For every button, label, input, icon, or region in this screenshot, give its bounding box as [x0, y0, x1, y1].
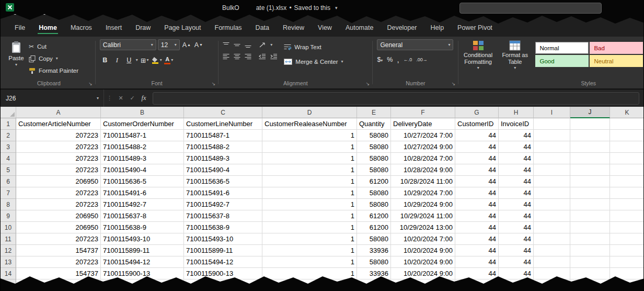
align-right-icon[interactable]: [245, 53, 251, 60]
search-box[interactable]: [459, 3, 602, 14]
cell-J6[interactable]: [570, 176, 610, 187]
font-dialog-launcher-icon[interactable]: ↘: [212, 81, 216, 86]
conditional-formatting-button[interactable]: Conditional Formatting ▾: [461, 40, 496, 88]
cell-D6[interactable]: 1: [262, 176, 357, 187]
cell-D7[interactable]: 1: [262, 187, 357, 199]
cell-B12[interactable]: 7100115899-11: [101, 245, 184, 256]
cell-style-bad[interactable]: Bad: [590, 42, 643, 54]
column-header-G[interactable]: G: [455, 107, 499, 118]
cell-F5[interactable]: 10/28/2024 9:00: [391, 164, 455, 176]
cell-H11[interactable]: 44: [499, 233, 534, 245]
cell-F14[interactable]: 10/20/2024 9:00: [391, 268, 455, 279]
cell-B13[interactable]: 7100115494-12: [101, 256, 184, 268]
fill-color-button[interactable]: ▾: [152, 55, 162, 65]
number-format-combobox[interactable]: General ▾: [377, 39, 453, 50]
cell-H9[interactable]: 44: [499, 210, 534, 222]
row-header-8[interactable]: 8: [1, 199, 16, 210]
cell-D12[interactable]: 1: [262, 245, 357, 256]
orientation-icon[interactable]: [259, 42, 266, 48]
column-header-D[interactable]: D: [262, 107, 357, 118]
cell-style-good[interactable]: Good: [535, 55, 589, 67]
cell-F6[interactable]: 10/28/2024 11:00: [391, 176, 455, 187]
cell-K8[interactable]: [610, 199, 644, 210]
cell-I8[interactable]: [534, 199, 570, 210]
cell-J13[interactable]: [570, 256, 610, 268]
column-header-J[interactable]: J: [570, 107, 610, 118]
row-header-14[interactable]: 14: [1, 268, 16, 279]
cell-style-neutral[interactable]: Neutral: [590, 55, 643, 67]
cell-D11[interactable]: 1: [262, 233, 357, 245]
cell-J12[interactable]: [570, 245, 610, 256]
cell-B5[interactable]: 7100115490-4: [101, 164, 184, 176]
cell-E6[interactable]: 61200: [357, 176, 391, 187]
cell-J10[interactable]: [570, 222, 610, 233]
row-header-10[interactable]: 10: [1, 222, 16, 233]
ribbon-tab-developer[interactable]: Developer: [380, 24, 423, 37]
column-header-A[interactable]: A: [16, 107, 101, 118]
cell-G1[interactable]: CustomerID: [455, 118, 499, 130]
cell-B4[interactable]: 7100115489-3: [101, 153, 184, 164]
insert-function-button[interactable]: fx: [138, 94, 150, 102]
cell-F10[interactable]: 10/29/2024 13:00: [391, 222, 455, 233]
cell-G12[interactable]: 44: [455, 245, 499, 256]
cell-J4[interactable]: [570, 153, 610, 164]
ribbon-tab-page-layout[interactable]: Page Layout: [157, 24, 208, 37]
italic-button[interactable]: I: [112, 55, 122, 65]
cell-E8[interactable]: 58080: [357, 199, 391, 210]
cell-E9[interactable]: 61200: [357, 210, 391, 222]
column-header-F[interactable]: F: [391, 107, 455, 118]
cell-J7[interactable]: [570, 187, 610, 199]
cell-J14[interactable]: [570, 268, 610, 279]
format-as-table-button[interactable]: Format as Table ▾: [498, 40, 532, 88]
cell-K12[interactable]: [610, 245, 644, 256]
cell-B2[interactable]: 7100115487-1: [101, 130, 184, 141]
cell-C10[interactable]: 7100115638-9: [184, 222, 262, 233]
format-painter-button[interactable]: Format Painter: [29, 66, 78, 75]
cell-H7[interactable]: 44: [499, 187, 534, 199]
cell-C13[interactable]: 7100115494-12: [184, 256, 262, 268]
cell-C11[interactable]: 7100115493-10: [184, 233, 262, 245]
cell-C6[interactable]: 7100115636-5: [184, 176, 262, 187]
cell-A9[interactable]: 206950: [16, 210, 101, 222]
cell-E1[interactable]: Quantity: [357, 118, 391, 130]
cell-G7[interactable]: 44: [455, 187, 499, 199]
name-box[interactable]: J26 ▾: [1, 89, 104, 107]
cell-B9[interactable]: 7100115637-8: [101, 210, 184, 222]
cell-B10[interactable]: 7100115638-9: [101, 222, 184, 233]
cell-G14[interactable]: 44: [455, 268, 499, 279]
cell-H5[interactable]: 44: [499, 164, 534, 176]
borders-button[interactable]: ⊞▾: [140, 55, 150, 65]
cell-K5[interactable]: [610, 164, 644, 176]
align-top-icon[interactable]: [223, 42, 229, 48]
cell-B14[interactable]: 7100115900-13: [101, 268, 184, 279]
cell-C5[interactable]: 7100115490-4: [184, 164, 262, 176]
cell-A13[interactable]: 207223: [16, 256, 101, 268]
cell-B6[interactable]: 7100115636-5: [101, 176, 184, 187]
enter-button[interactable]: ✓: [126, 95, 138, 102]
cell-K11[interactable]: [610, 233, 644, 245]
cell-J8[interactable]: [570, 199, 610, 210]
cell-A5[interactable]: 207223: [16, 164, 101, 176]
ribbon-tab-draw[interactable]: Draw: [129, 24, 157, 37]
font-name-combobox[interactable]: Calibri ▾: [100, 39, 156, 50]
cell-E7[interactable]: 58080: [357, 187, 391, 199]
ribbon-tab-formulas[interactable]: Formulas: [208, 24, 249, 37]
cell-H10[interactable]: 44: [499, 222, 534, 233]
row-header-1[interactable]: 1: [1, 118, 16, 130]
ribbon-tab-help[interactable]: Help: [423, 24, 451, 37]
cell-C7[interactable]: 7100115491-6: [184, 187, 262, 199]
cell-F11[interactable]: 10/20/2024 7:00: [391, 233, 455, 245]
merge-center-button[interactable]: Merge & Center ▾: [284, 57, 343, 66]
title-chevron-icon[interactable]: ▾: [335, 6, 338, 10]
row-header-5[interactable]: 5: [1, 164, 16, 176]
cell-K1[interactable]: [610, 118, 644, 130]
underline-button[interactable]: U: [124, 55, 134, 65]
cell-J9[interactable]: [570, 210, 610, 222]
ribbon-tab-view[interactable]: View: [311, 24, 339, 37]
cell-A1[interactable]: CustomerArticleNumber: [16, 118, 101, 130]
cell-D14[interactable]: 1: [262, 268, 357, 279]
cell-A6[interactable]: 206950: [16, 176, 101, 187]
row-header-4[interactable]: 4: [1, 153, 16, 164]
cell-H1[interactable]: InvoiceID: [499, 118, 534, 130]
ribbon-tab-data[interactable]: Data: [249, 24, 276, 37]
